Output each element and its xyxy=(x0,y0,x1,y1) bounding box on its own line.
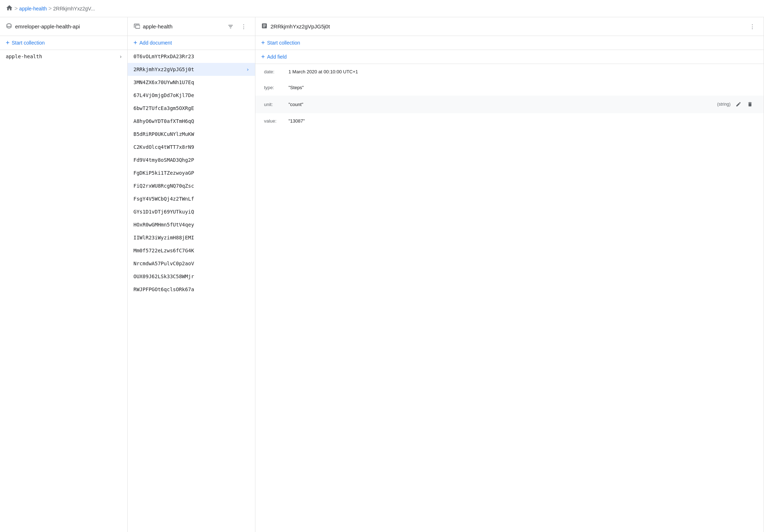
field-type-badge: (string) xyxy=(717,102,731,107)
col-database: emreloper-apple-health-api + Start colle… xyxy=(0,17,128,532)
doc-id: 67L4VjOmjgDd7oKjl7De xyxy=(133,92,249,98)
doc-id: Mm0f5722eLzws6fC7G4K xyxy=(133,248,249,253)
plus-icon-4: + xyxy=(261,54,265,60)
field-actions xyxy=(733,99,755,109)
doc-item[interactable]: B5dRiRP0UKCuNYlzMuKW xyxy=(128,128,255,141)
col3-title: 2RRkjmhYxz2gVpJG5j0t xyxy=(270,23,743,29)
start-collection-label-2: Start collection xyxy=(267,40,300,46)
start-collection-btn-2[interactable]: + Start collection xyxy=(255,36,764,50)
add-field-btn[interactable]: + Add field xyxy=(255,50,764,64)
doc-id: OUX09J62LSk33C58WMjr xyxy=(133,274,249,279)
doc-id: B5dRiRP0UKCuNYlzMuKW xyxy=(133,131,249,137)
field-row: type: "Steps" xyxy=(255,80,764,96)
start-collection-label-1: Start collection xyxy=(12,40,45,46)
doc-id: RWJPFPGOt6qclsORk67a xyxy=(133,286,249,292)
plus-icon-1: + xyxy=(6,40,10,46)
home-icon[interactable] xyxy=(6,4,13,13)
database-icon xyxy=(6,23,12,30)
doc-item[interactable]: GYs1D1vDTj69YUTkuyiQ xyxy=(128,205,255,218)
doc-id: FiQ2rxWU8RcgNQ70qZsc xyxy=(133,183,249,189)
doc-id: NrcmdwA57PulvC0p2aoV xyxy=(133,261,249,266)
doc-id: HOxR0wGMHmn5fUtV4qey xyxy=(133,222,249,228)
plus-icon-3: + xyxy=(261,40,265,46)
doc-item[interactable]: FgDKiP5ki1TZezwoyaGP xyxy=(128,166,255,179)
collection-chevron: › xyxy=(120,54,122,59)
doc-id: 2RRkjmhYxz2gVpJG5j0t xyxy=(133,66,246,72)
doc-id: FgDKiP5ki1TZezwoyaGP xyxy=(133,170,249,176)
doc-item[interactable]: Fd9V4tmy8oSMAD3Qhg2P xyxy=(128,153,255,166)
start-collection-btn-1[interactable]: + Start collection xyxy=(0,36,127,50)
doc-id: A8hyO6wYDT0afXTmH6qQ xyxy=(133,118,249,124)
col2-more-btn[interactable]: ⋮ xyxy=(238,21,249,32)
col2-title: apple-health xyxy=(143,23,222,29)
col3-header: 2RRkjmhYxz2gVpJG5j0t ⋮ xyxy=(255,17,764,36)
breadcrumb-current: 2RRkjmhYxz2gV... xyxy=(53,6,95,12)
doc-item[interactable]: C2KvdOlcq4tWTT7x8rN9 xyxy=(128,141,255,153)
doc-item[interactable]: FsgY4V5WCbQj4z2TWnLf xyxy=(128,192,255,205)
doc-item[interactable]: RWJPFPGOt6qclsORk67a xyxy=(128,283,255,296)
doc-item[interactable]: IIWlR23iWyzimH88jEMI xyxy=(128,231,255,244)
col3-more-btn[interactable]: ⋮ xyxy=(746,21,758,32)
field-key: type: xyxy=(264,85,286,90)
doc-item[interactable]: OUX09J62LSk33C58WMjr xyxy=(128,270,255,283)
doc-id: IIWlR23iWyzimH88jEMI xyxy=(133,235,249,240)
doc-item[interactable]: NrcmdwA57PulvC0p2aoV xyxy=(128,257,255,270)
col2-header: apple-health ⋮ xyxy=(128,17,255,36)
col2-list[interactable]: 0T6vOLmYtPRxDA23Rr232RRkjmhYxz2gVpJG5j0t… xyxy=(128,50,255,532)
main-layout: emreloper-apple-health-api + Start colle… xyxy=(0,17,764,532)
doc-item[interactable]: HOxR0wGMHmn5fUtV4qey xyxy=(128,218,255,231)
col1-title: emreloper-apple-health-api xyxy=(15,23,122,29)
col1-list: apple-health › xyxy=(0,50,127,532)
doc-id: GYs1D1vDTj69YUTkuyiQ xyxy=(133,209,249,215)
doc-item[interactable]: 67L4VjOmjgDd7oKjl7De xyxy=(128,89,255,102)
doc-item[interactable]: 0T6vOLmYtPRxDA23Rr23 xyxy=(128,50,255,63)
doc-item[interactable]: Mm0f5722eLzws6fC7G4K xyxy=(128,244,255,257)
add-document-btn[interactable]: + Add document xyxy=(128,36,255,50)
collection-name: apple-health xyxy=(6,54,120,59)
col-document: 2RRkjmhYxz2gVpJG5j0t ⋮ + Start collectio… xyxy=(255,17,764,532)
breadcrumb-sep-2: > xyxy=(48,5,51,12)
field-key: unit: xyxy=(264,102,286,107)
doc-id: FsgY4V5WCbQj4z2TWnLf xyxy=(133,196,249,202)
breadcrumb-bar: > apple-health > 2RRkjmhYxz2gV... xyxy=(0,0,764,17)
doc-item[interactable]: A8hyO6wYDT0afXTmH6qQ xyxy=(128,115,255,128)
filter-btn[interactable] xyxy=(225,21,236,32)
col1-header: emreloper-apple-health-api xyxy=(0,17,127,36)
doc-item[interactable]: 6bwT2TUfcEa3gm5OXRgE xyxy=(128,102,255,115)
delete-icon[interactable] xyxy=(745,99,755,109)
doc-item[interactable]: FiQ2rxWU8RcgNQ70qZsc xyxy=(128,179,255,192)
doc-id: C2KvdOlcq4tWTT7x8rN9 xyxy=(133,144,249,150)
doc-id: 6bwT2TUfcEa3gm5OXRgE xyxy=(133,105,249,111)
col3-header-actions: ⋮ xyxy=(746,21,758,32)
more-vert-icon-2: ⋮ xyxy=(241,23,246,30)
field-row: value: "13087" xyxy=(255,113,764,129)
field-value: 1 March 2020 at 00:10:00 UTC+1 xyxy=(288,69,755,74)
field-key: date: xyxy=(264,69,286,74)
col2-header-actions: ⋮ xyxy=(225,21,249,32)
breadcrumb-link-apple-health[interactable]: apple-health xyxy=(19,6,47,12)
col-collection: apple-health ⋮ + Add document 0T6vOLmYtP… xyxy=(128,17,255,532)
more-vert-icon-3: ⋮ xyxy=(750,23,755,30)
doc-arrow-icon: › xyxy=(246,66,249,72)
doc-icon xyxy=(261,23,268,30)
add-document-label: Add document xyxy=(140,40,172,46)
field-key: value: xyxy=(264,118,286,124)
field-value: "13087" xyxy=(288,118,755,124)
doc-id: Fd9V4tmy8oSMAD3Qhg2P xyxy=(133,157,249,163)
field-value: "Steps" xyxy=(288,85,755,90)
field-value: "count" xyxy=(288,102,717,107)
fields-area: date: 1 March 2020 at 00:10:00 UTC+1 typ… xyxy=(255,64,764,532)
doc-item[interactable]: 2RRkjmhYxz2gVpJG5j0t› xyxy=(128,63,255,76)
collection-item-apple-health[interactable]: apple-health › xyxy=(0,50,127,63)
add-field-label: Add field xyxy=(267,54,287,60)
doc-id: 3MN4ZX6x70UYwNh1U7Eq xyxy=(133,79,249,85)
plus-icon-2: + xyxy=(133,40,137,46)
field-row: date: 1 March 2020 at 00:10:00 UTC+1 xyxy=(255,64,764,80)
doc-id: 0T6vOLmYtPRxDA23Rr23 xyxy=(133,54,249,59)
edit-icon[interactable] xyxy=(733,99,743,109)
doc-item[interactable]: 3MN4ZX6x70UYwNh1U7Eq xyxy=(128,76,255,89)
field-row: unit: "count" (string) xyxy=(255,96,764,113)
breadcrumb-sep-1: > xyxy=(14,5,18,12)
collection-icon xyxy=(133,23,140,30)
